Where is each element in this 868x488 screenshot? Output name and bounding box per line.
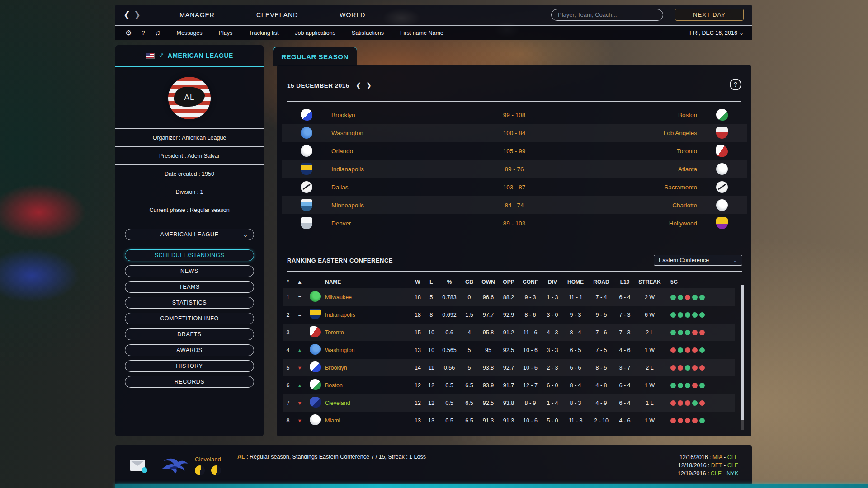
back-icon[interactable]: ❮ (123, 10, 134, 19)
stat-pct: 0.5 (438, 418, 461, 424)
menu-item-plays[interactable]: Plays (219, 30, 233, 36)
away-team-logo-icon (716, 217, 728, 229)
help-circle-icon[interactable]: ? (730, 79, 741, 90)
sidebar-item-schedule-standings[interactable]: SCHEDULE/STANDINGS (125, 249, 254, 261)
standings-row[interactable]: 4 ▲ Washington 13 10 0.565 5 95 92.5 10 … (283, 341, 735, 359)
standings-row[interactable]: 8 ▼ Miami 13 13 0.5 6.5 91.3 91.3 10 - 6… (283, 412, 735, 429)
stat-conf: 10 - 6 (519, 418, 542, 424)
last5-dots (664, 330, 735, 335)
tab-manager[interactable]: MANAGER (179, 11, 215, 19)
standings-row[interactable]: 3 = Toronto 15 10 0.6 4 95.8 91.2 11 - 6… (283, 324, 735, 341)
stat-gb: 5 (461, 365, 478, 371)
sidebar-item-drafts[interactable]: DRAFTS (125, 328, 254, 340)
home-team-logo-icon (301, 145, 312, 157)
tab-world[interactable]: WORLD (340, 11, 365, 19)
stat-own: 96.6 (478, 294, 499, 300)
messages-envelope-icon[interactable] (130, 460, 145, 471)
game-row[interactable]: Orlando 105 - 99 Toronto (282, 142, 747, 160)
ball-badge-icon[interactable] (211, 465, 221, 475)
fixture-away: NYK (726, 470, 738, 477)
scrollbar-thumb[interactable] (741, 285, 744, 420)
standings-scrollbar[interactable] (741, 285, 744, 430)
conference-dropdown[interactable]: Eastern Conference ⌄ (654, 255, 742, 266)
stat-own: 92.5 (478, 400, 499, 406)
stat-l: 13 (425, 418, 438, 424)
league-logo-text: AL (168, 93, 211, 102)
schedule-date-label: 15 DECEMBER 2016 (287, 82, 349, 89)
stat-gb: 4 (461, 329, 478, 336)
fixture-row[interactable]: 12/18/2016 : DET - CLE (678, 462, 738, 469)
league-sidebar: ♂ AMERICAN LEAGUE AL Organizer : America… (115, 45, 264, 436)
music-icon[interactable]: ♫ (155, 29, 160, 37)
ball-badge-icon[interactable] (195, 465, 205, 475)
fixture-row[interactable]: 12/16/2016 : MIA - CLE (678, 454, 738, 460)
season-status: AL : Regular season, Standings Eastern C… (237, 454, 426, 460)
col-5g: 5G (664, 279, 678, 285)
last5-dots (664, 295, 735, 300)
next-day-icon[interactable]: ❯ (366, 81, 376, 89)
sidebar-item-awards[interactable]: AWARDS (125, 344, 254, 356)
help-icon[interactable]: ? (142, 29, 145, 36)
standings-row[interactable]: 7 ▼ Cleveland 12 12 0.5 6.5 92.5 93.8 8 … (283, 394, 735, 412)
menu-item-messages[interactable]: Messages (177, 30, 203, 36)
stat-l10: 4 - 6 (614, 418, 635, 424)
fixture-sep: : (706, 462, 711, 469)
menu-item-tracking-list[interactable]: Tracking list (249, 30, 278, 36)
standings-row[interactable]: 6 ▲ Boston 12 12 0.5 6.5 93.9 91.7 12 - … (283, 376, 735, 394)
col-home: HOME (563, 279, 588, 285)
stat-l: 11 (425, 365, 438, 371)
fixture-dash: - (722, 454, 727, 460)
sidebar-item-statistics[interactable]: STATISTICS (125, 297, 254, 309)
fixture-row[interactable]: 12/19/2016 : CLE - NYK (678, 470, 738, 477)
game-row[interactable]: Denver 89 - 103 Hollywood (282, 214, 747, 232)
standings-row[interactable]: 1 = Milwaukee 18 5 0.783 0 96.6 88.2 9 -… (283, 288, 735, 306)
sidebar-item-competition-info[interactable]: COMPETITION INFO (125, 313, 254, 324)
home-team-name: Minneapolis (331, 202, 476, 209)
stat-home: 6 - 6 (563, 365, 588, 371)
game-row[interactable]: Washington 100 - 84 Lob Angeles (282, 124, 747, 142)
away-team-name: Lob Angeles (553, 130, 698, 136)
standings-row[interactable]: 5 ▼ Brooklyn 14 11 0.56 5 93.8 92.7 10 -… (283, 359, 735, 376)
sidebar-item-teams[interactable]: TEAMS (125, 281, 254, 293)
stat-l: 5 (425, 294, 438, 300)
stat-w: 15 (411, 329, 425, 336)
home-team-name: Brooklyn (331, 112, 476, 118)
team-logo-icon (310, 361, 321, 372)
notification-badge (142, 467, 147, 473)
stat-pct: 0.56 (438, 365, 461, 371)
league-select-dropdown[interactable]: AMERICAN LEAGUE ⌄ (125, 229, 254, 240)
stat-div: 3 - 0 (542, 312, 563, 318)
standings-row[interactable]: 2 = Indianapolis 18 8 0.692 1.5 97.7 92.… (283, 306, 735, 324)
game-row[interactable]: Minneapolis 84 - 74 Charlotte (282, 196, 747, 214)
next-day-button[interactable]: NEXT DAY (675, 9, 744, 21)
game-score: 103 - 87 (476, 184, 553, 191)
menu-item-job-applications[interactable]: Job applications (295, 30, 335, 36)
team-logo-icon (310, 414, 321, 425)
sidebar-item-history[interactable]: HISTORY (125, 360, 254, 372)
col-pct: % (438, 279, 461, 285)
sidebar-item-news[interactable]: NEWS (125, 265, 254, 277)
trend-icon: = (293, 330, 306, 335)
stat-l10: 7 - 3 (614, 329, 635, 336)
settings-gear-icon[interactable]: ⚙ (125, 28, 132, 37)
cleveland-team-logo-icon[interactable] (160, 456, 189, 475)
prev-day-icon[interactable]: ❮ (356, 81, 366, 89)
home-team-name: Indianapolis (331, 166, 476, 173)
stat-own: 97.7 (478, 312, 499, 318)
sidebar-item-records[interactable]: RECORDS (125, 376, 254, 388)
game-row[interactable]: Indianapolis 89 - 76 Atlanta (282, 160, 747, 178)
col-own: OWN (478, 279, 499, 285)
search-input[interactable] (551, 9, 663, 21)
game-row[interactable]: Brooklyn 99 - 108 Boston (282, 106, 747, 124)
game-row[interactable]: Dallas 103 - 87 Sacramento (282, 178, 747, 196)
menu-item-coach-name[interactable]: First name Name (400, 30, 443, 36)
forward-icon[interactable]: ❯ (134, 10, 144, 19)
tab-cleveland[interactable]: CLEVELAND (256, 11, 298, 19)
stat-w: 12 (411, 382, 425, 389)
top-bar: ❮❯ MANAGER CLEVELAND WORLD NEXT DAY (115, 5, 752, 25)
rank: 3 (283, 329, 293, 336)
tab-regular-season[interactable]: REGULAR SEASON (273, 47, 357, 66)
team-name: Indianapolis (324, 312, 411, 318)
menu-item-satisfactions[interactable]: Satisfactions (352, 30, 384, 36)
current-date[interactable]: FRI, DEC 16, 2016⌄ (689, 30, 744, 36)
